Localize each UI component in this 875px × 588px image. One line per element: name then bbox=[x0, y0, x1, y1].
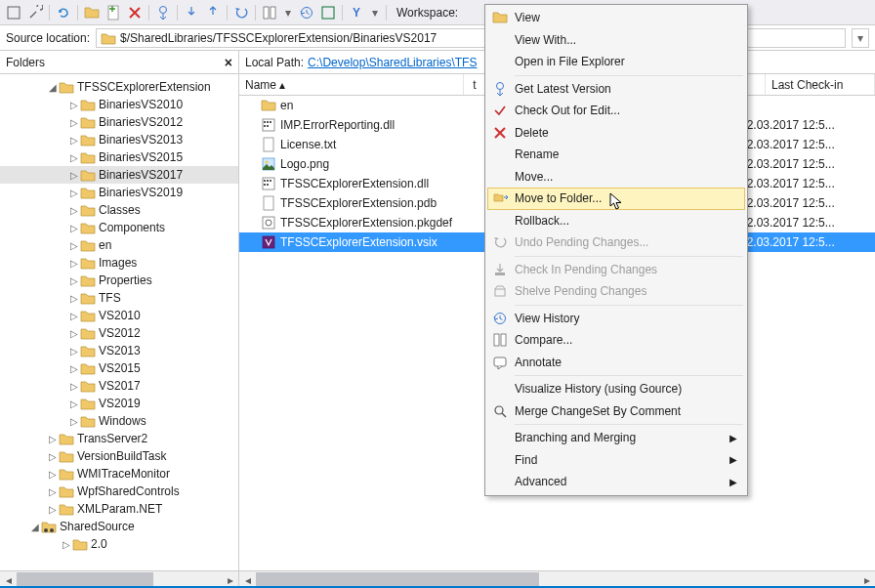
tree-item[interactable]: ▷XMLParam.NET bbox=[0, 500, 238, 518]
twisty-icon[interactable]: ▷ bbox=[68, 275, 80, 286]
tool-undo-icon[interactable] bbox=[231, 3, 251, 22]
menu-item[interactable]: Check Out for Edit... bbox=[487, 100, 745, 122]
tree-item[interactable]: ▷BinariesVS2013 bbox=[0, 131, 238, 148]
menu-item[interactable]: Move... bbox=[487, 166, 745, 189]
menu-item[interactable]: Find▶ bbox=[487, 449, 745, 472]
menu-item[interactable]: Branching and Merging▶ bbox=[487, 427, 745, 449]
menu-label: Compare... bbox=[515, 333, 572, 347]
menu-item[interactable]: View bbox=[487, 7, 745, 29]
folders-tree[interactable]: ◢TFSSCExplorerExtension▷BinariesVS2010▷B… bbox=[0, 74, 238, 570]
tree-item[interactable]: ▷Windows bbox=[0, 412, 238, 430]
tool-wrench-icon[interactable] bbox=[25, 3, 45, 22]
twisty-icon[interactable]: ▷ bbox=[68, 170, 80, 181]
twisty-icon[interactable]: ▷ bbox=[47, 469, 59, 480]
tree-item[interactable]: ◢SharedSource bbox=[0, 518, 238, 535]
tool-history-icon[interactable] bbox=[297, 3, 316, 22]
menu-item[interactable]: Open in File Explorer bbox=[487, 51, 745, 73]
twisty-icon[interactable]: ▷ bbox=[47, 486, 59, 497]
menu-item[interactable]: Move to Folder... bbox=[487, 188, 745, 210]
twisty-icon[interactable]: ▷ bbox=[68, 223, 80, 233]
tool-delete-icon[interactable] bbox=[125, 3, 145, 22]
menu-item[interactable]: Rollback... bbox=[487, 210, 745, 232]
tree-item[interactable]: ▷BinariesVS2019 bbox=[0, 184, 238, 201]
tool-properties-icon[interactable] bbox=[4, 3, 23, 22]
source-dropdown[interactable]: ▾ bbox=[852, 28, 869, 48]
twisty-icon[interactable]: ▷ bbox=[68, 346, 80, 357]
tree-item[interactable]: ▷VS2017 bbox=[0, 377, 238, 395]
twisty-icon[interactable]: ▷ bbox=[68, 152, 80, 163]
tree-item[interactable]: ▷Components bbox=[0, 219, 238, 236]
menu-item[interactable]: Rename bbox=[487, 144, 745, 166]
tool-get-icon[interactable] bbox=[153, 3, 173, 22]
col-lastcheckin[interactable]: Last Check-in bbox=[766, 74, 875, 95]
twisty-icon[interactable]: ▷ bbox=[68, 363, 80, 374]
tree-item[interactable]: ▷VS2012 bbox=[0, 324, 238, 342]
tool-compare-icon[interactable] bbox=[260, 3, 279, 22]
menu-item[interactable]: Visualize History (using Gource) bbox=[487, 378, 745, 400]
tree-item[interactable]: ▷Classes bbox=[0, 201, 238, 219]
dll-icon bbox=[261, 117, 276, 133]
tool-newfolder-icon[interactable] bbox=[82, 3, 102, 22]
twisty-icon[interactable]: ▷ bbox=[47, 451, 59, 462]
tree-item[interactable]: ▷VS2019 bbox=[0, 395, 238, 412]
tool-add-icon[interactable] bbox=[104, 3, 123, 22]
menu-item[interactable]: Merge ChangeSet By Comment bbox=[487, 400, 745, 423]
twisty-icon[interactable]: ◢ bbox=[47, 82, 59, 93]
twisty-icon[interactable]: ▷ bbox=[68, 293, 80, 304]
twisty-icon[interactable]: ▷ bbox=[68, 205, 80, 216]
twisty-icon[interactable]: ▷ bbox=[47, 504, 59, 515]
twisty-icon[interactable]: ▷ bbox=[68, 399, 80, 409]
tree-item[interactable]: ▷VS2015 bbox=[0, 359, 238, 377]
tree-item[interactable]: ▷Images bbox=[0, 254, 238, 272]
menu-item[interactable]: Delete bbox=[487, 122, 745, 145]
branch-dropdown[interactable]: ▾ bbox=[368, 6, 382, 20]
tree-item[interactable]: ▷TFS bbox=[0, 289, 238, 307]
refresh-icon[interactable] bbox=[54, 3, 73, 22]
grid-scrollbar[interactable]: ◂ ▸ bbox=[239, 570, 875, 587]
tree-item[interactable]: ▷TransServer2 bbox=[0, 430, 238, 447]
twisty-icon[interactable]: ▷ bbox=[68, 311, 80, 321]
tree-item[interactable]: ▷WpfSharedControls bbox=[0, 483, 238, 500]
compare-dropdown[interactable]: ▾ bbox=[281, 6, 295, 20]
twisty-icon[interactable]: ▷ bbox=[68, 240, 80, 251]
tree-label: VS2013 bbox=[99, 344, 141, 357]
tree-item[interactable]: ▷BinariesVS2010 bbox=[0, 96, 238, 113]
twisty-icon[interactable]: ▷ bbox=[47, 434, 59, 444]
twisty-icon[interactable]: ▷ bbox=[68, 416, 80, 427]
twisty-icon[interactable]: ◢ bbox=[29, 522, 41, 532]
menu-item[interactable]: Compare... bbox=[487, 329, 745, 352]
tree-item[interactable]: ▷BinariesVS2012 bbox=[0, 113, 238, 131]
twisty-icon[interactable]: ▷ bbox=[68, 135, 80, 146]
close-icon[interactable]: × bbox=[225, 55, 232, 70]
tree-item[interactable]: ▷WMITraceMonitor bbox=[0, 465, 238, 483]
folders-scrollbar[interactable]: ◂ ▸ bbox=[0, 570, 238, 587]
menu-item[interactable]: Annotate bbox=[487, 352, 745, 374]
tool-branch-icon[interactable]: Y bbox=[347, 3, 366, 22]
menu-item[interactable]: Get Latest Version bbox=[487, 78, 745, 101]
tree-item[interactable]: ▷BinariesVS2015 bbox=[0, 148, 238, 166]
local-path-link[interactable]: C:\Develop\SharedLibraries\TFS bbox=[308, 56, 477, 69]
tree-item[interactable]: ▷2.0 bbox=[0, 535, 238, 553]
menu-item[interactable]: View With... bbox=[487, 29, 745, 52]
tool-checkin-icon[interactable] bbox=[182, 3, 201, 22]
menu-item[interactable]: Advanced▶ bbox=[487, 471, 745, 493]
menu-item[interactable]: View History bbox=[487, 308, 745, 330]
twisty-icon[interactable]: ▷ bbox=[68, 100, 80, 110]
tree-item[interactable]: ▷VersionBuildTask bbox=[0, 447, 238, 465]
twisty-icon[interactable]: ▷ bbox=[68, 258, 80, 269]
twisty-icon[interactable]: ▷ bbox=[68, 188, 80, 198]
twisty-icon[interactable]: ▷ bbox=[68, 117, 80, 128]
tool-shelve-icon[interactable] bbox=[203, 3, 223, 22]
tree-item[interactable]: ▷VS2010 bbox=[0, 307, 238, 324]
tree-item[interactable]: ▷en bbox=[0, 236, 238, 254]
folders-header: Folders × bbox=[0, 51, 238, 74]
tree-item[interactable]: ◢TFSSCExplorerExtension bbox=[0, 78, 238, 96]
tool-annotate-icon[interactable] bbox=[318, 3, 338, 22]
twisty-icon[interactable]: ▷ bbox=[68, 328, 80, 339]
tree-item[interactable]: ▷Properties bbox=[0, 272, 238, 289]
tree-item[interactable]: ▷VS2013 bbox=[0, 342, 238, 359]
tree-item[interactable]: ▷BinariesVS2017 bbox=[0, 166, 238, 184]
col-name[interactable]: Name ▴ bbox=[239, 74, 464, 95]
twisty-icon[interactable]: ▷ bbox=[61, 539, 72, 550]
twisty-icon[interactable]: ▷ bbox=[68, 381, 80, 392]
